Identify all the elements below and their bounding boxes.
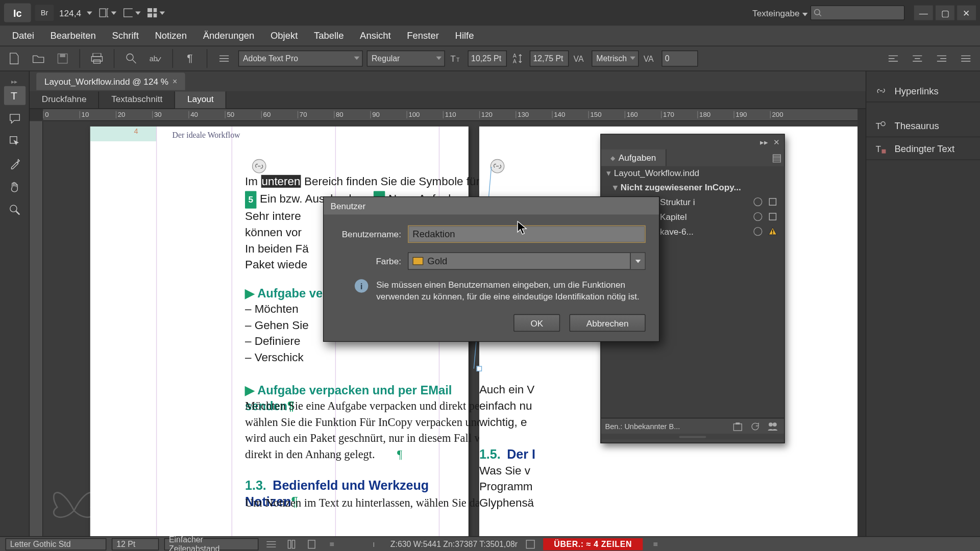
ok-button[interactable]: OK xyxy=(514,314,560,332)
color-select[interactable]: Gold xyxy=(408,253,645,270)
lines-icon[interactable] xyxy=(264,540,279,548)
workspace-switcher[interactable]: Texteingabe xyxy=(752,8,799,18)
arrange-icon[interactable] xyxy=(147,4,164,21)
menu-tabelle[interactable]: Tabelle xyxy=(307,28,351,44)
bridge-button[interactable]: Br xyxy=(35,5,54,21)
username-input[interactable] xyxy=(408,226,645,243)
port-handle[interactable] xyxy=(477,366,482,371)
tree-group[interactable]: ▾Nicht zugewiesener InCopy... xyxy=(601,180,785,194)
tree-root[interactable]: ▾Layout_Workflow.indd xyxy=(601,166,785,181)
zoom-tool[interactable] xyxy=(4,201,25,219)
svg-text:I: I xyxy=(373,540,375,548)
view-options-icon[interactable] xyxy=(99,4,116,21)
find-icon[interactable] xyxy=(121,49,141,68)
status-size[interactable]: 12 Pt xyxy=(112,538,159,550)
open-icon[interactable] xyxy=(28,49,48,68)
panel-collapse-icon[interactable]: ▸▸ xyxy=(758,137,769,146)
svg-point-48 xyxy=(881,121,885,126)
status-bar: Letter Gothic Std 12 Pt Einfacher Zeilen… xyxy=(0,536,980,551)
menu-fenster[interactable]: Fenster xyxy=(400,28,446,44)
app-icon: Ic xyxy=(4,4,31,22)
close-button[interactable]: ✕ xyxy=(957,6,976,20)
dropdown-arrow-icon[interactable] xyxy=(630,253,645,269)
leading-input[interactable]: 12,75 Pt xyxy=(530,51,569,67)
menu-ansicht[interactable]: Ansicht xyxy=(353,28,398,44)
para-format-icon[interactable] xyxy=(214,49,234,68)
update-content-icon[interactable] xyxy=(730,420,745,433)
svg-text:T: T xyxy=(876,143,881,154)
panel-hyperlinks[interactable]: Hyperlinks xyxy=(866,80,980,103)
eyedropper-tool[interactable] xyxy=(4,155,25,173)
status-font[interactable]: Letter Gothic Std xyxy=(6,538,107,550)
checkout-icon[interactable] xyxy=(767,211,779,222)
position-tool[interactable] xyxy=(4,132,25,151)
panel-conditional-text[interactable]: TBedingter Text xyxy=(866,137,980,160)
menu-bearbeiten[interactable]: Bearbeiten xyxy=(43,28,103,44)
font-family-select[interactable]: Adobe Text Pro xyxy=(238,51,363,67)
align-justify-icon[interactable] xyxy=(956,49,976,68)
view-tab-galley[interactable]: Druckfahne xyxy=(30,91,99,108)
link-status-icon xyxy=(752,211,764,222)
spellcheck-icon[interactable]: ab xyxy=(145,49,166,68)
username-label: Benutzername: xyxy=(337,229,401,239)
refresh-icon[interactable] xyxy=(748,420,763,433)
search-field[interactable] xyxy=(811,6,905,20)
status-spacing[interactable]: Einfacher Zeilenabstand xyxy=(164,538,259,550)
document-tab[interactable]: Layout_Workflow.indd @ 124 %× xyxy=(36,72,185,90)
col-number: 4 xyxy=(134,127,138,135)
menu-schrift[interactable]: Schrift xyxy=(105,28,145,44)
copyfit-icon[interactable] xyxy=(523,539,538,548)
svg-rect-3 xyxy=(147,8,152,12)
maximize-button[interactable]: ▢ xyxy=(936,6,954,20)
panel-thesaurus[interactable]: TThesaurus xyxy=(866,114,980,137)
menu-notizen[interactable]: Notizen xyxy=(148,28,193,44)
new-file-icon[interactable] xyxy=(4,49,24,68)
menu-hilfe[interactable]: Hilfe xyxy=(448,28,480,44)
screen-mode-icon[interactable] xyxy=(123,4,140,21)
show-hidden-icon[interactable]: ¶ xyxy=(180,49,200,68)
warning-icon: ! xyxy=(767,226,779,237)
svg-rect-1 xyxy=(107,9,108,17)
note-tool[interactable] xyxy=(4,109,25,128)
print-icon[interactable] xyxy=(87,49,107,68)
align-right-icon[interactable] xyxy=(932,49,952,68)
close-tab-icon[interactable]: × xyxy=(173,77,177,86)
tracking-icon: VA xyxy=(643,51,657,66)
user-status: Ben.: Unbekannter B... xyxy=(605,422,680,430)
checkout-icon[interactable] xyxy=(767,196,779,207)
align-center-icon[interactable] xyxy=(908,49,928,68)
align-left-icon[interactable] xyxy=(883,49,903,68)
panel-close-icon[interactable]: ✕ xyxy=(771,137,781,146)
chevron-down-icon[interactable] xyxy=(87,11,92,15)
view-tab-layout[interactable]: Layout xyxy=(175,91,226,108)
kerning-select[interactable]: Metrisch xyxy=(592,51,639,67)
zoom-level[interactable]: 124,4 xyxy=(59,8,81,18)
svg-text:A: A xyxy=(513,58,517,64)
menu-datei[interactable]: Datei xyxy=(6,28,41,44)
overflow-menu-icon[interactable]: ≡ xyxy=(648,539,663,548)
column2-icon[interactable] xyxy=(304,539,319,548)
minimize-button[interactable]: — xyxy=(914,6,933,20)
cancel-button[interactable]: Abbrechen xyxy=(570,314,646,332)
column-icon[interactable] xyxy=(284,539,299,548)
svg-point-42 xyxy=(253,160,266,173)
save-icon[interactable] xyxy=(53,49,73,68)
view-tab-story[interactable]: Textabschnitt xyxy=(99,91,175,108)
link-status-icon xyxy=(752,226,764,237)
hand-tool[interactable] xyxy=(4,178,25,196)
svg-point-53 xyxy=(754,213,762,221)
kerning-icon: VA xyxy=(573,51,587,66)
type-tool[interactable]: T xyxy=(4,86,25,105)
panel-menu-icon[interactable]: ▤ xyxy=(769,149,784,166)
svg-text:T: T xyxy=(876,121,881,131)
menu-objekt[interactable]: Objekt xyxy=(264,28,305,44)
font-style-select[interactable]: Regular xyxy=(367,51,445,67)
font-size-input[interactable]: 10,25 Pt xyxy=(468,51,506,67)
menu-aenderungen[interactable]: Änderungen xyxy=(196,28,261,44)
position-icon: I xyxy=(370,539,385,548)
svg-text:A: A xyxy=(513,53,517,59)
users-icon[interactable] xyxy=(765,420,780,433)
tracking-input[interactable]: 0 xyxy=(662,51,698,67)
panel-tab-aufgaben[interactable]: ◆Aufgaben xyxy=(601,149,666,166)
panel-resize-grip[interactable] xyxy=(601,434,785,440)
